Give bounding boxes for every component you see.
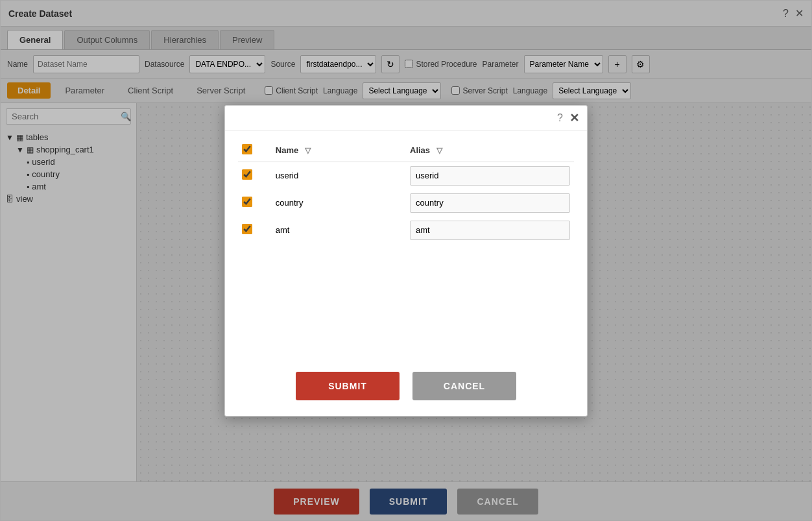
alias-filter-icon[interactable]: ▽ [436, 146, 442, 155]
checkbox-country[interactable] [242, 197, 252, 207]
select-all-checkbox[interactable] [242, 144, 252, 154]
main-window: Create Dataset ? ✕ General Output Column… [0, 0, 812, 521]
name-filter-icon[interactable]: ▽ [305, 146, 311, 155]
row-name-amt: amt [272, 217, 406, 244]
row-name-userid: userid [272, 162, 406, 189]
alias-input-country[interactable] [410, 193, 570, 213]
modal-help-icon[interactable]: ? [557, 112, 563, 124]
row-alias-userid [406, 162, 574, 189]
th-alias: Alias ▽ [406, 139, 574, 162]
columns-table: Name ▽ Alias ▽ [238, 139, 574, 244]
row-check-amt [238, 217, 272, 244]
modal-header: ? ✕ [225, 106, 587, 131]
table-row: userid [238, 162, 574, 189]
modal-close-icon[interactable]: ✕ [569, 111, 579, 125]
checkbox-userid[interactable] [242, 169, 252, 180]
row-check-country [238, 189, 272, 217]
table-row: country [238, 189, 574, 217]
row-check-userid [238, 162, 272, 189]
modal-overlay: ? ✕ Name ▽ [1, 1, 811, 520]
checkbox-amt[interactable] [242, 224, 252, 234]
modal-body: Name ▽ Alias ▽ [225, 131, 587, 356]
row-alias-amt [406, 217, 574, 244]
row-name-country: country [272, 189, 406, 217]
modal-footer: SUBMIT CANCEL [225, 356, 587, 416]
row-alias-country [406, 189, 574, 217]
modal-cancel-button[interactable]: CANCEL [412, 372, 516, 400]
th-check [238, 139, 272, 162]
alias-input-amt[interactable] [410, 221, 570, 240]
modal-submit-button[interactable]: SUBMIT [296, 372, 400, 400]
th-name: Name ▽ [272, 139, 406, 162]
table-row: amt [238, 217, 574, 244]
alias-input-userid[interactable] [410, 166, 570, 186]
modal-dialog: ? ✕ Name ▽ [224, 105, 588, 417]
